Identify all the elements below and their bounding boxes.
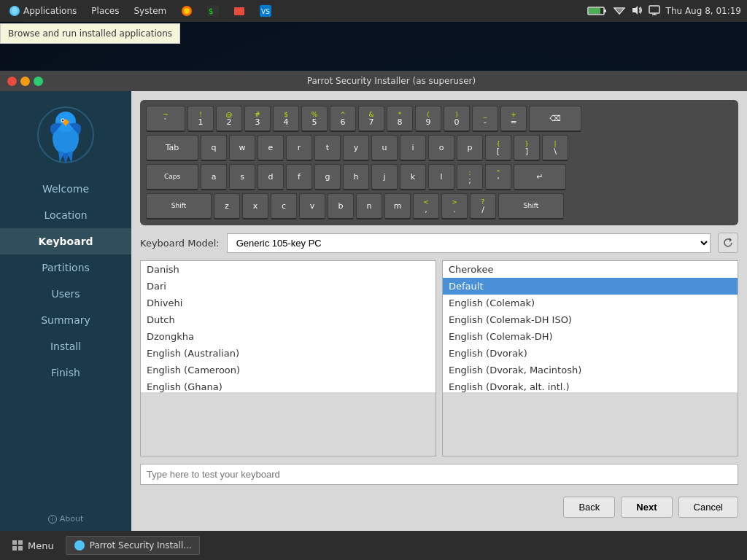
- key-enter[interactable]: ↵: [514, 164, 566, 190]
- terminal-icon[interactable]: $: [204, 4, 222, 18]
- list-item-cherokee[interactable]: Cherokee: [443, 261, 738, 278]
- key-shift-l[interactable]: Shift: [146, 193, 212, 219]
- key-y[interactable]: y: [343, 135, 369, 161]
- key-m[interactable]: m: [384, 193, 411, 219]
- sidebar-item-finish[interactable]: Finish: [0, 359, 131, 386]
- sidebar-item-welcome[interactable]: Welcome: [0, 176, 131, 202]
- list-item-danish[interactable]: Danish: [141, 261, 436, 278]
- list-item-dhivehi[interactable]: Dhivehi: [141, 295, 436, 311]
- key-e[interactable]: e: [258, 135, 284, 161]
- list-item-dvorak-mac[interactable]: English (Dvorak, Macintosh): [443, 362, 738, 378]
- applications-menu[interactable]: Applications: [6, 4, 80, 18]
- key-d[interactable]: d: [258, 164, 284, 190]
- key-x[interactable]: x: [242, 193, 268, 219]
- sidebar-item-install[interactable]: Install: [0, 333, 131, 359]
- key-g[interactable]: g: [314, 164, 341, 190]
- key-w[interactable]: w: [229, 135, 255, 161]
- key-v[interactable]: v: [299, 193, 325, 219]
- key-7[interactable]: &7: [358, 106, 384, 132]
- list-item-dvorak-alt[interactable]: English (Dvorak, alt. intl.): [443, 378, 738, 392]
- about-section[interactable]: i About: [41, 507, 91, 531]
- key-c[interactable]: c: [271, 193, 297, 219]
- key-capslock[interactable]: Caps: [146, 164, 198, 190]
- back-button[interactable]: Back: [563, 497, 615, 518]
- key-2[interactable]: @2: [216, 106, 242, 132]
- key-equals[interactable]: +=: [500, 106, 527, 132]
- keyboard-test-input[interactable]: [140, 464, 738, 485]
- key-slash[interactable]: ?/: [470, 193, 496, 219]
- key-s[interactable]: s: [229, 164, 255, 190]
- refresh-button[interactable]: [718, 233, 738, 253]
- sidebar-item-partitions[interactable]: Partitions: [0, 254, 131, 281]
- taskbar-app-button[interactable]: Parrot Security Install...: [66, 536, 200, 555]
- list-item-english-cm[interactable]: English (Cameroon): [141, 362, 436, 378]
- key-tilde[interactable]: ~ `: [146, 106, 185, 132]
- list-item-english-au[interactable]: English (Australian): [141, 345, 436, 362]
- firefox-icon[interactable]: [178, 4, 196, 18]
- language-list[interactable]: Danish Dari Dhivehi Dutch Dzongkha Engli…: [141, 261, 436, 392]
- key-bracket-l[interactable]: {[: [485, 135, 511, 161]
- list-item-dari[interactable]: Dari: [141, 278, 436, 295]
- next-button[interactable]: Next: [621, 497, 672, 518]
- key-8[interactable]: *8: [387, 106, 413, 132]
- key-shift-r[interactable]: Shift: [498, 193, 564, 219]
- system-menu[interactable]: System: [131, 4, 169, 18]
- sidebar-item-location[interactable]: Location: [0, 202, 131, 228]
- window-title: Parrot Security Installer (as superuser): [43, 76, 740, 86]
- key-o[interactable]: o: [428, 135, 454, 161]
- key-a[interactable]: a: [201, 164, 227, 190]
- list-item-english-gh[interactable]: English (Ghana): [141, 378, 436, 392]
- key-z[interactable]: z: [214, 193, 240, 219]
- key-u[interactable]: u: [371, 135, 398, 161]
- key-backspace[interactable]: ⌫: [529, 106, 581, 132]
- menu-button[interactable]: Menu: [6, 537, 60, 554]
- key-b[interactable]: b: [328, 193, 354, 219]
- key-f[interactable]: f: [286, 164, 312, 190]
- key-4[interactable]: $4: [273, 106, 299, 132]
- svg-marker-25: [632, 6, 638, 15]
- sidebar-item-users[interactable]: Users: [0, 281, 131, 307]
- key-comma[interactable]: <,: [413, 193, 439, 219]
- cancel-button[interactable]: Cancel: [678, 497, 738, 518]
- key-semicolon[interactable]: :;: [457, 164, 483, 190]
- list-item-dvorak[interactable]: English (Dvorak): [443, 345, 738, 362]
- key-p[interactable]: p: [457, 135, 483, 161]
- key-j[interactable]: j: [371, 164, 398, 190]
- key-1[interactable]: !1: [187, 106, 214, 132]
- key-backslash[interactable]: |\: [542, 135, 568, 161]
- sidebar-item-summary[interactable]: Summary: [0, 307, 131, 333]
- key-tab[interactable]: Tab: [146, 135, 198, 161]
- key-5[interactable]: %5: [301, 106, 328, 132]
- vscode-icon[interactable]: VS: [257, 4, 274, 18]
- close-button[interactable]: [7, 77, 17, 86]
- key-i[interactable]: i: [400, 135, 426, 161]
- key-bracket-r[interactable]: }]: [514, 135, 540, 161]
- places-menu[interactable]: Places: [88, 4, 122, 18]
- files-icon[interactable]: [231, 4, 248, 18]
- key-0[interactable]: )0: [444, 106, 470, 132]
- key-l[interactable]: l: [428, 164, 454, 190]
- minimize-button[interactable]: [20, 77, 30, 86]
- list-item-colemak-dh-iso[interactable]: English (Colemak-DH ISO): [443, 311, 738, 328]
- key-minus[interactable]: _-: [472, 106, 498, 132]
- key-6[interactable]: ^6: [330, 106, 356, 132]
- list-item-dzongkha[interactable]: Dzongkha: [141, 328, 436, 345]
- key-n[interactable]: n: [356, 193, 382, 219]
- key-period[interactable]: >.: [441, 193, 468, 219]
- sidebar-item-keyboard[interactable]: Keyboard: [0, 228, 131, 254]
- key-h[interactable]: h: [343, 164, 369, 190]
- list-item-dutch[interactable]: Dutch: [141, 311, 436, 328]
- key-r[interactable]: r: [286, 135, 312, 161]
- key-q[interactable]: q: [201, 135, 227, 161]
- keyboard-model-select[interactable]: Generic 105-key PC: [227, 233, 711, 253]
- layout-list[interactable]: Cherokee Default English (Colemak) Engli…: [443, 261, 738, 392]
- list-item-colemak-dh[interactable]: English (Colemak-DH): [443, 328, 738, 345]
- key-quote[interactable]: "': [485, 164, 511, 190]
- maximize-button[interactable]: [34, 77, 43, 86]
- list-item-default[interactable]: Default: [443, 278, 738, 295]
- list-item-colemak[interactable]: English (Colemak): [443, 295, 738, 311]
- key-t[interactable]: t: [314, 135, 341, 161]
- key-k[interactable]: k: [400, 164, 426, 190]
- key-9[interactable]: (9: [415, 106, 441, 132]
- key-3[interactable]: #3: [244, 106, 271, 132]
